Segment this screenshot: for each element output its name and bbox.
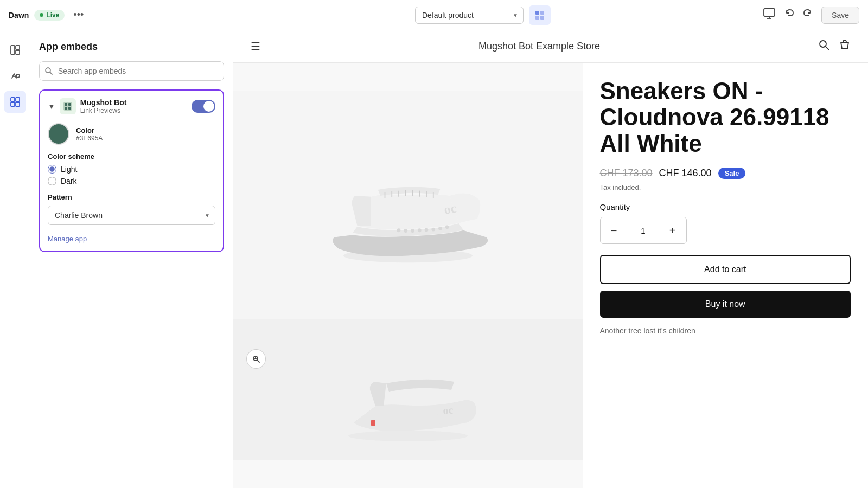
color-label: Color #3E695A (76, 126, 103, 142)
manage-app-link[interactable]: Manage app (48, 235, 87, 243)
store-icons (818, 39, 851, 54)
svg-line-16 (50, 72, 52, 74)
store-name: Mugshot Bot Example Store (260, 41, 818, 52)
undo-icon (784, 8, 795, 19)
cursor-icon (534, 10, 545, 21)
topbar-center: Default product (248, 5, 717, 25)
save-button[interactable]: Save (821, 7, 859, 24)
add-to-cart-button[interactable]: Add to cart (600, 255, 851, 284)
store-theme-name: Dawn (9, 11, 29, 20)
scheme-dark-option[interactable]: Dark (48, 177, 215, 185)
tree-note: Another tree lost it's children (600, 326, 851, 335)
cart-icon[interactable] (839, 39, 851, 54)
live-badge: Live (34, 10, 65, 21)
app-subtitle: Link Previews (80, 107, 187, 114)
product-select[interactable]: Default product (415, 7, 524, 24)
icon-sidebar (0, 30, 30, 488)
card-header: ▼ Mugshot Bot Link Previews (48, 98, 215, 114)
buy-now-button[interactable]: Buy it now (600, 291, 851, 318)
scheme-light-radio[interactable] (48, 165, 56, 174)
search-icon (44, 67, 53, 75)
svg-rect-18 (65, 103, 67, 106)
sale-price: CHF 146.00 (659, 168, 712, 179)
svg-rect-8 (16, 46, 20, 49)
product-area: oc (233, 63, 868, 488)
cursor-tool-button[interactable] (529, 5, 551, 25)
svg-rect-13 (11, 102, 15, 106)
app-name-wrap: Mugshot Bot Link Previews (80, 98, 187, 114)
topbar-right: Save (724, 6, 859, 24)
svg-rect-12 (16, 98, 20, 101)
bag-icon (839, 39, 851, 51)
svg-line-43 (258, 361, 260, 363)
original-price: CHF 173.00 (600, 168, 653, 179)
svg-text:oc: oc (443, 201, 457, 217)
customize-icon (10, 70, 21, 81)
mugshot-bot-icon (63, 101, 73, 111)
svg-rect-14 (16, 102, 20, 106)
secondary-product-image: oc (233, 319, 583, 460)
search-input[interactable] (39, 61, 224, 81)
svg-point-36 (411, 229, 414, 233)
svg-rect-3 (540, 16, 544, 20)
hamburger-menu[interactable]: ☰ (251, 40, 260, 53)
product-images: oc (233, 63, 583, 488)
main-product-image: oc (233, 91, 583, 319)
scheme-dark-radio[interactable] (48, 177, 56, 185)
svg-point-35 (404, 229, 407, 233)
color-name: Color (76, 126, 103, 134)
scheme-light-option[interactable]: Light (48, 165, 215, 174)
search-store-icon[interactable] (818, 39, 830, 54)
apps-icon (10, 97, 21, 107)
main-layout: App embeds ▼ (0, 30, 868, 488)
svg-rect-48 (371, 420, 375, 426)
topbar-left: Dawn Live ••• (9, 7, 242, 23)
scheme-light-label: Light (61, 165, 77, 174)
undo-button[interactable] (782, 6, 797, 24)
color-scheme-group: Light Dark (48, 165, 215, 185)
preview-area: ☰ Mugshot Bot Example Store (233, 30, 868, 488)
app-toggle[interactable] (192, 100, 215, 113)
app-name: Mugshot Bot (80, 98, 187, 107)
quantity-label: Quantity (600, 202, 851, 211)
live-dot (40, 13, 43, 17)
svg-rect-11 (11, 98, 15, 101)
redo-icon (802, 8, 813, 19)
svg-point-41 (445, 225, 449, 229)
svg-rect-19 (68, 103, 71, 106)
color-swatch[interactable] (48, 123, 69, 145)
store-header: ☰ Mugshot Bot Example Store (233, 30, 868, 63)
sidebar-nav-layout[interactable] (4, 39, 26, 61)
svg-rect-4 (764, 9, 775, 16)
svg-rect-7 (11, 46, 15, 54)
sidebar-nav-customize[interactable] (4, 65, 26, 87)
live-label: Live (46, 11, 59, 19)
shoe-illustration: oc (316, 129, 500, 281)
svg-rect-2 (535, 16, 539, 20)
quantity-decrease-button[interactable]: − (601, 217, 628, 243)
svg-rect-20 (65, 107, 67, 110)
panel-sidebar: App embeds ▼ (30, 30, 233, 488)
monitor-icon (763, 7, 776, 20)
pattern-select[interactable]: Charlie Brown Default Dots Cross (48, 206, 215, 225)
zoom-button[interactable] (246, 349, 266, 369)
redo-button[interactable] (800, 6, 815, 24)
scheme-dark-label: Dark (61, 177, 77, 185)
sidebar-nav-apps[interactable] (4, 91, 26, 113)
undo-redo-group (782, 6, 815, 24)
svg-point-46 (348, 431, 468, 441)
svg-rect-1 (540, 11, 544, 15)
product-info: Sneakers ON - Cloudnova 26.99118 All Whi… (583, 63, 869, 488)
search-icon-store (818, 39, 830, 51)
quantity-increase-button[interactable]: + (659, 217, 686, 243)
zoom-icon (252, 355, 260, 363)
app-embed-card: ▼ Mugshot Bot Link Previews (39, 89, 224, 252)
search-wrap (39, 61, 224, 81)
more-options-button[interactable]: ••• (70, 7, 87, 23)
shoe-second-angle: oc (327, 336, 489, 444)
svg-text:oc: oc (442, 403, 454, 416)
monitor-button[interactable] (763, 7, 776, 23)
svg-point-22 (820, 41, 826, 47)
collapse-button[interactable]: ▼ (48, 102, 55, 111)
app-icon (60, 98, 76, 114)
